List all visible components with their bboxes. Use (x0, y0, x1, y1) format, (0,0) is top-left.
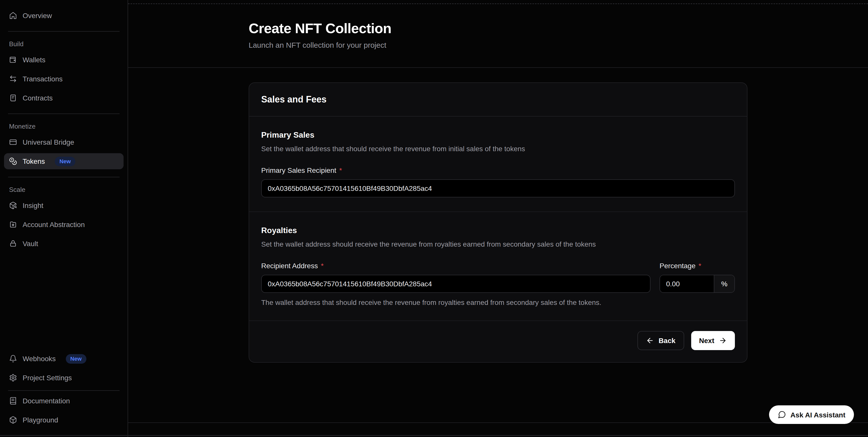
recipient-address-label: Recipient Address * (261, 262, 651, 270)
new-badge: New (55, 156, 75, 166)
primary-sales-recipient-input[interactable] (261, 179, 735, 197)
required-marker: * (699, 262, 701, 270)
wallet-icon (9, 56, 17, 64)
sidebar-item-contracts[interactable]: Contracts (4, 90, 124, 106)
sidebar-item-label: Transactions (23, 75, 63, 83)
sidebar-item-transactions[interactable]: Transactions (4, 71, 124, 87)
percentage-control: % (659, 275, 735, 293)
bell-icon (9, 355, 17, 363)
royalties-section: Royalties Set the wallet address should … (249, 212, 747, 321)
primary-sales-section: Primary Sales Set the wallet address tha… (249, 117, 747, 212)
arrows-left-right-icon (9, 75, 17, 83)
credit-card-icon (9, 138, 17, 146)
sidebar-item-vault[interactable]: Vault (4, 236, 124, 252)
sidebar-item-label: Wallets (23, 56, 45, 64)
ask-ai-assistant-button[interactable]: Ask AI Assistant (769, 405, 854, 424)
recipient-address-helper: The wallet address that should receive t… (261, 299, 651, 306)
sidebar-section-monetize: Monetize (4, 123, 124, 130)
sidebar-item-label: Vault (23, 240, 38, 248)
page-header: Create NFT Collection Launch an NFT coll… (128, 0, 868, 67)
back-button[interactable]: Back (638, 331, 684, 350)
home-icon (9, 11, 17, 20)
sidebar-item-insight[interactable]: Insight (4, 197, 124, 214)
card-title: Sales and Fees (249, 83, 747, 117)
required-marker: * (339, 166, 342, 174)
card-footer: Back Next (249, 321, 747, 362)
sidebar-item-label: Contracts (23, 94, 53, 102)
sidebar-item-documentation[interactable]: Documentation (4, 393, 124, 409)
smart-wallet-icon (9, 220, 17, 228)
sidebar-divider (8, 114, 120, 114)
percentage-label: Percentage * (659, 262, 735, 270)
header-divider (128, 67, 868, 68)
sidebar-item-label: Documentation (23, 397, 70, 405)
page-subtitle: Launch an NFT collection for your projec… (249, 41, 747, 49)
primary-sales-recipient-label: Primary Sales Recipient * (261, 166, 735, 174)
sales-and-fees-card: Sales and Fees Primary Sales Set the wal… (249, 82, 747, 363)
sidebar-item-universal-bridge[interactable]: Universal Bridge (4, 134, 124, 150)
percentage-input[interactable] (660, 275, 714, 292)
arrow-right-icon (719, 337, 727, 345)
royalties-heading: Royalties (261, 226, 735, 235)
arrow-left-icon (646, 337, 654, 345)
sidebar: Overview Build Wallets Transactions Cont… (0, 0, 128, 437)
sidebar-item-wallets[interactable]: Wallets (4, 52, 124, 68)
sidebar-item-label: Webhooks (23, 355, 56, 363)
cube-icon (9, 416, 17, 424)
sidebar-item-playground[interactable]: Playground (4, 412, 124, 428)
lock-icon (9, 240, 17, 248)
primary-sales-description: Set the wallet address that should recei… (261, 145, 735, 153)
sidebar-divider (8, 31, 120, 32)
app-window: Overview Build Wallets Transactions Cont… (0, 0, 868, 437)
dashed-divider (128, 3, 868, 4)
recipient-address-input[interactable] (261, 275, 651, 293)
primary-sales-heading: Primary Sales (261, 131, 735, 139)
sidebar-item-label: Project Settings (23, 374, 72, 382)
next-button[interactable]: Next (691, 331, 735, 350)
content-bottom-divider (128, 423, 868, 423)
sidebar-divider (8, 177, 120, 177)
sidebar-item-account-abstraction[interactable]: Account Abstraction (4, 217, 124, 232)
sidebar-footer: Webhooks New Project Settings Documentat… (4, 351, 124, 431)
package-search-icon (9, 201, 17, 210)
sidebar-item-tokens[interactable]: Tokens New (4, 153, 124, 169)
chat-bubble-icon (777, 410, 786, 419)
sidebar-item-label: Insight (23, 201, 43, 210)
sidebar-section-build: Build (4, 40, 124, 48)
sidebar-section-scale: Scale (4, 186, 124, 193)
coins-icon (9, 157, 17, 165)
sidebar-item-label: Playground (23, 416, 58, 424)
page-bottom-divider (0, 435, 868, 436)
sidebar-item-label: Overview (23, 11, 52, 20)
sidebar-item-webhooks[interactable]: Webhooks New (4, 351, 124, 367)
required-marker: * (321, 262, 324, 270)
page-title: Create NFT Collection (249, 21, 747, 37)
sidebar-divider (8, 390, 120, 391)
percent-suffix: % (714, 275, 734, 292)
sidebar-item-label: Account Abstraction (23, 220, 85, 228)
document-icon (9, 94, 17, 102)
sidebar-item-label: Universal Bridge (23, 138, 74, 146)
book-icon (9, 397, 17, 405)
main-content: Create NFT Collection Launch an NFT coll… (128, 0, 868, 437)
new-badge: New (66, 354, 86, 364)
sidebar-item-label: Tokens (23, 157, 45, 165)
gear-icon (9, 374, 17, 382)
sidebar-item-project-settings[interactable]: Project Settings (4, 370, 124, 386)
royalties-description: Set the wallet address should receive th… (261, 240, 735, 248)
sidebar-item-overview[interactable]: Overview (4, 7, 124, 24)
